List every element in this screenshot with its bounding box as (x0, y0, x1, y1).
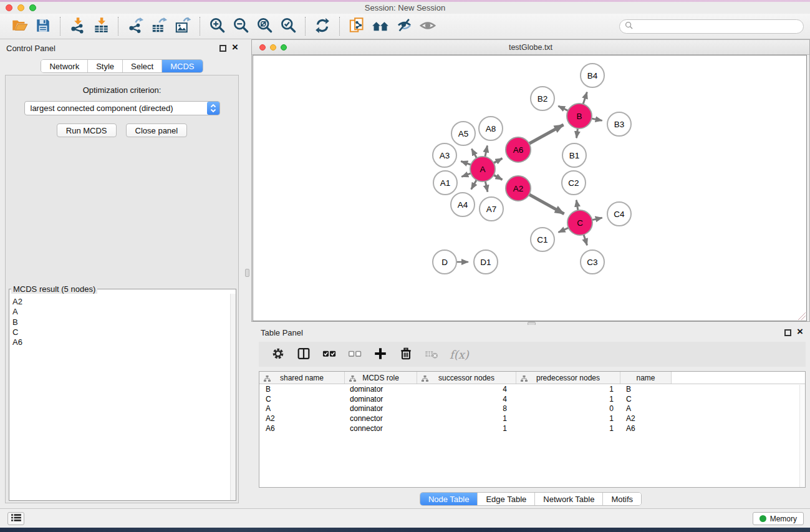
search-field[interactable] (619, 19, 804, 34)
table-cell[interactable]: 1 (417, 424, 516, 433)
vertical-splitter[interactable] (244, 39, 251, 508)
search-input[interactable] (636, 22, 803, 31)
tab-select[interactable]: Select (122, 60, 162, 72)
result-item[interactable]: A6 (12, 337, 230, 347)
tab-mcds[interactable]: MCDS (162, 60, 202, 72)
float-panel-icon[interactable] (219, 45, 226, 52)
table-cell[interactable]: C (620, 395, 672, 404)
export-network-button[interactable] (123, 15, 147, 37)
run-mcds-button[interactable]: Run MCDS (57, 123, 117, 137)
tab-network-table[interactable]: Network Table (534, 493, 602, 505)
edge-B-B4[interactable] (583, 92, 587, 105)
settings-gear-button[interactable] (269, 346, 287, 363)
table-cell[interactable]: 1 (516, 395, 620, 404)
column-header-MCDS-role[interactable]: MCDS role (345, 372, 417, 384)
tab-style[interactable]: Style (87, 60, 122, 72)
export-table-button[interactable] (147, 15, 171, 37)
edge-A2-C[interactable] (528, 194, 564, 214)
close-panel-button[interactable]: Close panel (126, 123, 188, 137)
save-session-button[interactable] (31, 15, 55, 37)
table-cell[interactable]: B (259, 385, 345, 394)
close-panel-icon[interactable]: × (232, 41, 238, 54)
table-cell[interactable]: 1 (516, 424, 620, 433)
result-scrollbar[interactable] (230, 294, 236, 500)
first-neighbors-button[interactable] (369, 15, 392, 37)
delete-table-button[interactable] (423, 346, 440, 363)
table-cell[interactable]: 4 (417, 395, 516, 404)
result-item[interactable]: A2 (12, 297, 230, 307)
table-row[interactable]: Cdominator41C (259, 394, 805, 404)
table-cell[interactable]: connector (345, 424, 417, 433)
delete-icon (398, 346, 413, 363)
table-row[interactable]: Adominator80A (259, 404, 805, 414)
result-item[interactable]: B (12, 317, 230, 327)
deselect-all-button[interactable] (346, 346, 364, 363)
network-canvas[interactable]: B4B2BB3B1A5A8A6A3AA1A2A4A7C2CC4C1C3DD1 (253, 55, 807, 321)
column-header-name[interactable]: name (620, 372, 672, 384)
close-panel-icon[interactable]: × (797, 326, 803, 338)
memory-button[interactable]: Memory (753, 512, 804, 525)
zoom-fit-button[interactable] (253, 15, 276, 37)
import-network-button[interactable] (65, 15, 89, 37)
task-history-button[interactable] (7, 512, 24, 525)
tab-motifs[interactable]: Motifs (602, 493, 641, 505)
table-header-row[interactable]: shared nameMCDS rolesuccessor nodesprede… (259, 372, 805, 384)
table-cell[interactable]: 1 (516, 385, 620, 394)
new-network-from-selection-button[interactable] (345, 15, 369, 37)
result-item[interactable]: A (12, 307, 230, 317)
tab-network[interactable]: Network (41, 60, 87, 72)
select-all-button[interactable] (321, 346, 338, 363)
splitter-handle[interactable] (245, 269, 249, 277)
edge-A-A8[interactable] (485, 146, 488, 158)
table-cell[interactable]: B (620, 385, 672, 394)
table-scrollbar[interactable] (799, 385, 805, 487)
table-cell[interactable]: 1 (417, 414, 516, 423)
table-cell[interactable]: A (620, 404, 672, 413)
hide-selected-button[interactable] (416, 15, 440, 37)
add-column-button[interactable] (372, 346, 389, 363)
edge-C-C3[interactable] (583, 233, 587, 245)
table-cell[interactable]: A2 (259, 414, 345, 423)
zoom-selected-button[interactable] (276, 15, 300, 37)
table-cell[interactable]: 8 (417, 404, 516, 413)
optimization-criterion-dropdown[interactable]: largest connected component (directed) (24, 101, 220, 115)
table-cell[interactable]: connector (345, 414, 417, 423)
column-header-successor-nodes[interactable]: successor nodes (417, 372, 516, 384)
graphics-details-icon (396, 17, 413, 36)
table-cell[interactable]: 0 (516, 404, 620, 413)
refresh-button[interactable] (311, 15, 334, 37)
table-cell[interactable]: 1 (516, 414, 620, 423)
delete-button[interactable] (397, 346, 415, 363)
edge-A6-B[interactable] (528, 125, 564, 144)
import-table-button[interactable] (89, 15, 113, 37)
column-header-predecessor-nodes[interactable]: predecessor nodes (516, 372, 620, 384)
zoom-in-button[interactable] (205, 15, 229, 37)
table-cell[interactable]: dominator (345, 385, 417, 394)
export-image-button[interactable] (171, 15, 195, 37)
table-panel: Table Panel × f(x) shared nameMCDS roles… (251, 325, 810, 508)
table-cell[interactable]: A6 (259, 424, 345, 433)
result-item[interactable]: C (12, 327, 230, 337)
table-row[interactable]: A2connector11A2 (259, 414, 805, 423)
table-cell[interactable]: C (259, 395, 345, 404)
tab-node-table[interactable]: Node Table (420, 493, 478, 505)
mcds-result-list[interactable]: A2ABCA6 (9, 295, 230, 500)
zoom-out-button[interactable] (229, 15, 253, 37)
tab-edge-table[interactable]: Edge Table (477, 493, 534, 505)
column-view-button[interactable] (295, 346, 312, 363)
graphics-details-button[interactable] (392, 15, 416, 37)
table-cell[interactable]: A6 (620, 424, 672, 433)
table-cell[interactable]: 4 (417, 385, 516, 394)
open-session-button[interactable] (7, 15, 31, 37)
resize-grip[interactable] (798, 312, 806, 320)
network-window-title-bar[interactable]: testGlobe.txt (252, 40, 809, 55)
control-panel-header: Control Panel × (0, 42, 244, 55)
column-header-shared-name[interactable]: shared name (259, 372, 345, 384)
table-cell[interactable]: A2 (620, 414, 672, 423)
table-cell[interactable]: dominator (345, 404, 417, 413)
table-row[interactable]: A6connector11A6 (259, 423, 805, 433)
table-cell[interactable]: A (259, 404, 345, 413)
table-cell[interactable]: dominator (345, 395, 417, 404)
float-panel-icon[interactable] (784, 329, 791, 336)
table-row[interactable]: Bdominator41B (259, 384, 805, 394)
